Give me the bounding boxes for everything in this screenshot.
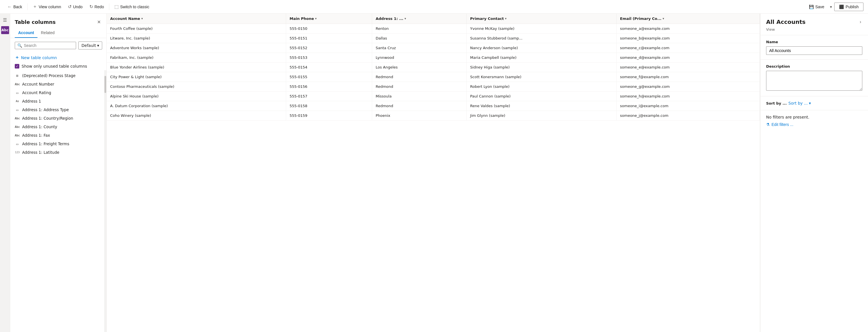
- default-dropdown[interactable]: Default ▾: [78, 42, 102, 50]
- table-cell-main_phone: 555-0156: [286, 82, 372, 91]
- name-label: Name: [766, 40, 862, 44]
- list-item[interactable]: Abc Account Number: [10, 80, 104, 88]
- table-cell-primary_contact: Nancy Anderson (sample): [467, 43, 617, 53]
- list-item[interactable]: A≡ Address 1: [10, 97, 104, 106]
- table-row[interactable]: Litware, Inc. (sample)555-0151DallasSusa…: [107, 33, 760, 43]
- table-cell-email: someone_d@example.com: [617, 53, 760, 62]
- table-cell-account_name: Litware, Inc. (sample): [107, 33, 286, 43]
- scrollbar-thumb[interactable]: [104, 76, 106, 93]
- table-cell-main_phone: 555-0151: [286, 33, 372, 43]
- list-item[interactable]: ▭ Address 1: Freight Terms: [10, 140, 104, 148]
- show-unused-checkbox[interactable]: ✓: [15, 64, 19, 68]
- data-table: Account Name ▾ Main Phone ▾: [107, 13, 760, 120]
- col-header-primary-contact[interactable]: Primary Contact ▾: [467, 13, 617, 24]
- col-header-address1[interactable]: Address 1: ... ▾: [372, 13, 467, 24]
- switch-to-classic-button[interactable]: ⬚ Switch to classic: [112, 3, 152, 11]
- right-panel-expand-button[interactable]: ›: [859, 18, 862, 26]
- table-cell-account_name: Adventure Works (sample): [107, 43, 286, 53]
- table-row[interactable]: Adventure Works (sample)555-0152Santa Cr…: [107, 43, 760, 53]
- tab-related[interactable]: Related: [37, 28, 58, 38]
- col-resize-primary-contact[interactable]: [615, 13, 616, 24]
- chevron-down-icon: ▾: [97, 43, 99, 48]
- sidebar-close-button[interactable]: ✕: [96, 18, 102, 26]
- edit-filters-button[interactable]: ⚗ Edit filters ...: [766, 122, 793, 127]
- table-cell-email: someone_b@example.com: [617, 33, 760, 43]
- undo-button[interactable]: ↺ Undo: [65, 3, 85, 11]
- table-cell-address1: Phoenix: [372, 111, 467, 120]
- table-cell-email: someone_f@example.com: [617, 72, 760, 82]
- col-header-main-phone[interactable]: Main Phone ▾: [286, 13, 372, 24]
- list-item[interactable]: ⊞ (Deprecated) Process Stage: [10, 71, 104, 80]
- table-row[interactable]: Blue Yonder Airlines (sample)555-0154Los…: [107, 62, 760, 72]
- col-resize-account-name[interactable]: [285, 13, 286, 24]
- table-columns-icon[interactable]: Abc: [1, 26, 9, 34]
- new-column-row[interactable]: ＋ New table column: [10, 53, 106, 62]
- right-panel-header: All Accounts ›: [761, 13, 868, 27]
- rect-icon: ▭: [15, 91, 20, 95]
- grid-icon: ⊞: [15, 74, 20, 78]
- col-header-account-name[interactable]: Account Name ▾: [107, 13, 286, 24]
- table-cell-account_name: Contoso Pharmaceuticals (sample): [107, 82, 286, 91]
- description-input[interactable]: [766, 71, 862, 91]
- table-cell-account_name: Blue Yonder Airlines (sample): [107, 62, 286, 72]
- list-item[interactable]: ▭ Address 1: Address Type: [10, 106, 104, 114]
- table-cell-email: someone_g@example.com: [617, 82, 760, 91]
- list-item[interactable]: Abc Address 1: County: [10, 122, 104, 131]
- list-item[interactable]: Abc Address 1: Fax: [10, 131, 104, 140]
- view-column-button[interactable]: ＋ View column: [30, 2, 64, 11]
- table-row[interactable]: Fabrikam, Inc. (sample)555-0153LynnwoodM…: [107, 53, 760, 62]
- table-cell-email: someone_e@example.com: [617, 62, 760, 72]
- table-row[interactable]: City Power & Light (sample)555-0155Redmo…: [107, 72, 760, 82]
- col-resize-address1[interactable]: [465, 13, 466, 24]
- table-row[interactable]: Coho Winery (sample)555-0159PhoenixJim G…: [107, 111, 760, 120]
- tab-account[interactable]: Account: [15, 28, 37, 38]
- table-cell-address1: Los Angeles: [372, 62, 467, 72]
- name-input[interactable]: [766, 46, 862, 55]
- table-cell-email: someone_h@example.com: [617, 91, 760, 101]
- toolbar: ← Back ＋ View column ↺ Undo ↻ Redo ⬚ Swi…: [0, 0, 868, 13]
- sort-by-dropdown[interactable]: Sort by ... ▾: [788, 101, 811, 106]
- col-header-email[interactable]: Email (Primary Co... ▾: [617, 13, 760, 24]
- table-row[interactable]: Fourth Coffee (sample)555-0150RentonYvon…: [107, 24, 760, 33]
- col-resize-main-phone[interactable]: [371, 13, 372, 24]
- publish-icon: ⬛: [839, 4, 844, 9]
- table-cell-account_name: A. Datum Corporation (sample): [107, 101, 286, 111]
- search-input[interactable]: [24, 43, 73, 48]
- abc-def-icon: A≡: [15, 100, 20, 103]
- sidebar-tabs: Account Related: [10, 28, 106, 38]
- table-row[interactable]: A. Datum Corporation (sample)555-0158Red…: [107, 101, 760, 111]
- publish-button[interactable]: ⬛ Publish: [834, 3, 864, 11]
- icon-strip: ☰ Abc: [0, 13, 10, 332]
- table-area: Account Name ▾ Main Phone ▾: [107, 13, 760, 332]
- toolbar-separator-1: [27, 3, 28, 10]
- table-cell-primary_contact: Scott Konersmann (sample): [467, 72, 617, 82]
- list-item[interactable]: 123 Address 1: Latitude: [10, 148, 104, 157]
- table-cell-address1: Redmond: [372, 82, 467, 91]
- table-cell-address1: Renton: [372, 24, 467, 33]
- save-dropdown-button[interactable]: ▾: [828, 3, 834, 10]
- table-row[interactable]: Alpine Ski House (sample)555-0157Missoul…: [107, 91, 760, 101]
- sidebar-header: Table columns ✕: [10, 13, 106, 28]
- list-item[interactable]: ▭ Account Rating: [10, 88, 104, 97]
- list-item[interactable]: Abc Address 1: Country/Region: [10, 114, 104, 122]
- toolbar-separator-2: [109, 3, 109, 10]
- no-filters-label: No filters are present.: [766, 115, 862, 119]
- table-cell-primary_contact: Robert Lyon (sample): [467, 82, 617, 91]
- right-section-description: Description: [761, 60, 868, 96]
- table-cell-main_phone: 555-0152: [286, 43, 372, 53]
- back-button[interactable]: ← Back: [4, 3, 25, 11]
- menu-icon[interactable]: ☰: [1, 16, 9, 24]
- show-unused-row[interactable]: ✓ Show only unused table columns: [10, 62, 106, 70]
- redo-button[interactable]: ↻ Redo: [87, 3, 107, 11]
- col-resize-email[interactable]: [758, 13, 760, 24]
- switch-icon: ⬚: [114, 4, 119, 9]
- sidebar-search-row: 🔍 Default ▾: [10, 38, 106, 53]
- table-row[interactable]: Contoso Pharmaceuticals (sample)555-0156…: [107, 82, 760, 91]
- rect2-icon: ▭: [15, 108, 20, 112]
- save-button[interactable]: 💾 Save: [806, 3, 828, 10]
- table-cell-address1: Santa Cruz: [372, 43, 467, 53]
- table-cell-main_phone: 555-0154: [286, 62, 372, 72]
- undo-icon: ↺: [68, 4, 71, 9]
- scrollbar-track: [104, 70, 106, 332]
- table-cell-main_phone: 555-0153: [286, 53, 372, 62]
